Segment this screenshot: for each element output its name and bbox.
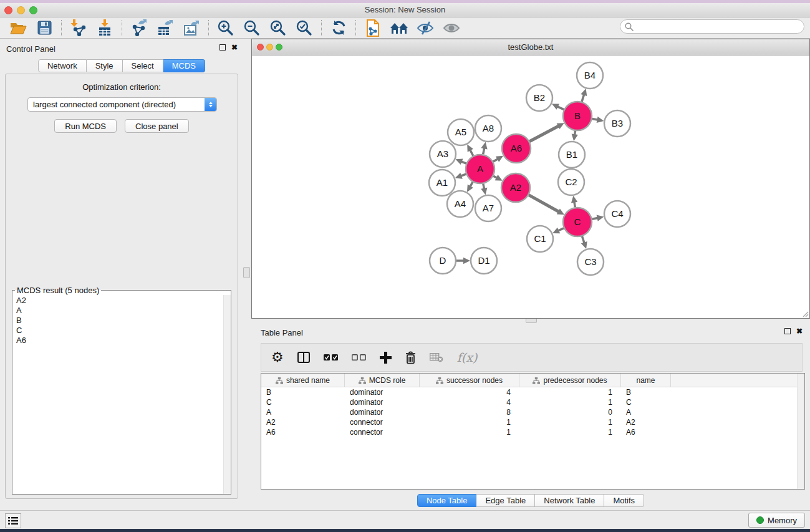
table-row[interactable]: A6connector11A6 [261,427,804,437]
table-cell[interactable]: C [621,397,671,407]
table-row[interactable]: A2connector11A2 [261,417,804,427]
zoom-out-button[interactable] [239,19,265,37]
table-cell[interactable]: B [621,387,671,397]
table-cell[interactable]: connector [345,427,420,437]
mcds-result-item[interactable]: A6 [16,336,227,346]
tab-edge-table[interactable]: Edge Table [476,494,535,507]
table-cell[interactable]: A6 [621,427,671,437]
mcds-result-item[interactable]: B [16,316,227,326]
table-cell[interactable]: dominator [345,397,420,407]
show-graphics-details-button[interactable] [438,19,465,37]
function-builder-button[interactable]: f(x) [457,351,478,364]
table-cell[interactable]: dominator [345,407,420,417]
table-cell[interactable]: A [621,407,671,417]
float-panel-icon[interactable] [219,44,226,51]
table-cell[interactable]: 1 [420,427,519,437]
table-cell[interactable]: 4 [420,397,519,407]
search-field[interactable] [620,19,804,34]
table-cell[interactable]: B [261,387,345,397]
zoom-selected-button[interactable] [291,19,317,37]
delete-column-button[interactable] [405,351,416,364]
export-network-button[interactable] [126,19,152,37]
close-panel-button[interactable]: Close panel [125,119,189,133]
tab-style[interactable]: Style [87,59,123,72]
mcds-result-item[interactable]: C [16,326,227,336]
tab-network-table[interactable]: Network Table [535,494,604,507]
table-row[interactable]: Bdominator41B [261,387,804,397]
tab-select[interactable]: Select [123,59,163,72]
table-cell[interactable]: 1 [420,417,519,427]
mcds-list-scrollbar[interactable] [223,295,231,494]
column-header-mcds-role[interactable]: MCDS role [345,374,420,387]
node-label-B4: B4 [584,70,595,80]
vertical-splitter-handle[interactable] [243,267,250,278]
delete-table-button[interactable] [430,353,443,362]
zoom-fit-button[interactable] [265,19,291,37]
table-cell[interactable]: 1 [519,417,621,427]
table-cell[interactable]: 1 [519,427,621,437]
network-close-button[interactable] [257,44,264,51]
table-row[interactable]: Cdominator41C [261,397,804,407]
column-header-successor-nodes[interactable]: successor nodes [420,374,519,387]
table-cell[interactable]: 4 [420,387,519,397]
table-row[interactable]: Adominator80A [261,407,804,417]
network-canvas[interactable]: AA1A2A3A4A5A6A7A8BB1B2B3B4CC1C2C3C4DD1 [252,56,809,318]
minimize-window-button[interactable] [17,6,25,14]
run-mcds-button[interactable]: Run MCDS [54,119,117,133]
mcds-result-item[interactable]: A [16,306,227,316]
memory-button[interactable]: Memory [748,513,805,528]
tab-node-table[interactable]: Node Table [417,494,477,507]
close-panel-icon[interactable]: ✖ [231,44,238,51]
table-cell[interactable]: 1 [519,387,621,397]
show-all-button[interactable] [386,19,412,37]
zoom-window-button[interactable] [29,6,37,14]
graph-edge-A2-C[interactable] [529,195,559,212]
export-table-button[interactable] [152,19,178,37]
hide-graphics-details-button[interactable] [412,19,438,37]
tab-mcds[interactable]: MCDS [163,59,205,72]
show-columns-button[interactable] [297,352,310,363]
close-window-button[interactable] [4,6,12,14]
column-header-predecessor-nodes[interactable]: predecessor nodes [519,374,621,387]
table-cell[interactable]: C [261,397,345,407]
table-cell[interactable]: 1 [519,397,621,407]
table-cell[interactable]: 0 [519,407,621,417]
refresh-view-button[interactable] [325,19,352,37]
homes-icon [390,21,408,35]
close-panel-icon[interactable]: ✖ [796,328,803,334]
resize-corner-icon[interactable] [801,310,809,317]
table-cell[interactable]: A6 [261,427,345,437]
table-scrollbar[interactable] [797,374,804,489]
table-cell[interactable]: dominator [345,387,420,397]
zoom-in-button[interactable] [213,19,239,37]
task-history-button[interactable] [5,513,21,528]
create-column-button[interactable] [380,352,392,364]
mcds-result-item[interactable]: A2 [16,296,227,306]
float-panel-icon[interactable] [784,328,791,334]
criterion-dropdown[interactable]: largest connected component (directed) [27,97,217,112]
table-cell[interactable]: A2 [621,417,671,427]
column-header-name[interactable]: name [621,374,671,387]
select-all-columns-button[interactable] [324,354,338,360]
column-header-shared-name[interactable]: shared name [261,374,345,387]
tab-network[interactable]: Network [38,59,87,72]
unselect-all-columns-button[interactable] [352,354,366,360]
save-session-button[interactable] [31,19,57,37]
network-minimize-button[interactable] [266,44,273,51]
horizontal-splitter-handle[interactable] [526,318,537,323]
open-session-button[interactable] [5,19,31,37]
network-zoom-button[interactable] [276,44,282,51]
tab-motifs[interactable]: Motifs [604,494,644,507]
table-cell[interactable]: 8 [420,407,519,417]
network-window-titlebar[interactable]: testGlobe.txt [252,39,809,56]
table-cell[interactable]: A [261,407,345,417]
table-cell[interactable]: connector [345,417,420,427]
graph-edge-A6-B[interactable] [529,125,559,141]
table-settings-button[interactable]: ⚙ [271,351,284,364]
import-network-button[interactable] [65,19,92,37]
export-image-button[interactable] [178,19,205,37]
import-table-button[interactable] [92,19,118,37]
search-input[interactable] [634,22,789,31]
table-cell[interactable]: A2 [261,417,345,427]
clone-network-button[interactable] [360,19,386,37]
